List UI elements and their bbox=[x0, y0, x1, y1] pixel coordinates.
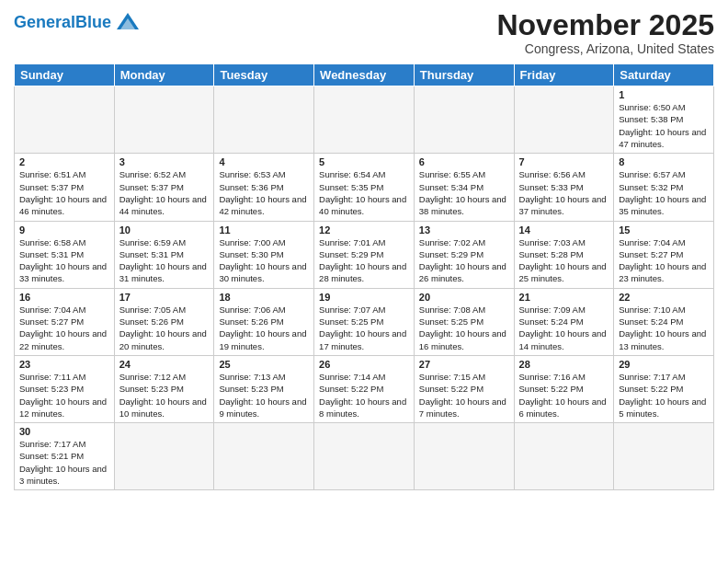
day-info: Sunrise: 6:58 AM Sunset: 5:31 PM Dayligh… bbox=[19, 236, 109, 285]
header: GeneralBlue November 2025 Congress, Ariz… bbox=[14, 9, 714, 56]
month-title: November 2025 bbox=[496, 9, 714, 41]
day-number: 27 bbox=[419, 359, 509, 370]
calendar-cell bbox=[314, 86, 415, 154]
day-info: Sunrise: 7:01 AM Sunset: 5:29 PM Dayligh… bbox=[319, 236, 409, 285]
calendar-cell: 12Sunrise: 7:01 AM Sunset: 5:29 PM Dayli… bbox=[314, 221, 415, 288]
logo-icon bbox=[115, 9, 141, 35]
calendar-cell bbox=[114, 86, 214, 154]
calendar-cell: 5Sunrise: 6:54 AM Sunset: 5:35 PM Daylig… bbox=[314, 154, 415, 221]
day-number: 5 bbox=[319, 156, 409, 167]
day-number: 14 bbox=[519, 224, 609, 236]
day-number: 25 bbox=[219, 359, 309, 370]
col-monday: Monday bbox=[114, 64, 214, 86]
day-number: 23 bbox=[19, 359, 109, 370]
calendar-header-row: Sunday Monday Tuesday Wednesday Thursday… bbox=[15, 64, 714, 86]
day-info: Sunrise: 6:56 AM Sunset: 5:33 PM Dayligh… bbox=[519, 168, 609, 217]
logo-text: GeneralBlue bbox=[14, 14, 111, 30]
col-wednesday: Wednesday bbox=[314, 64, 415, 86]
day-info: Sunrise: 7:04 AM Sunset: 5:27 PM Dayligh… bbox=[619, 236, 709, 285]
calendar-cell bbox=[614, 423, 714, 490]
col-thursday: Thursday bbox=[414, 64, 514, 86]
calendar-cell: 20Sunrise: 7:08 AM Sunset: 5:25 PM Dayli… bbox=[414, 288, 514, 355]
day-info: Sunrise: 7:15 AM Sunset: 5:22 PM Dayligh… bbox=[419, 371, 509, 419]
calendar-cell: 4Sunrise: 6:53 AM Sunset: 5:36 PM Daylig… bbox=[214, 154, 314, 221]
day-info: Sunrise: 7:11 AM Sunset: 5:23 PM Dayligh… bbox=[19, 371, 109, 419]
day-number: 3 bbox=[119, 156, 210, 167]
calendar-cell: 11Sunrise: 7:00 AM Sunset: 5:30 PM Dayli… bbox=[214, 221, 314, 288]
calendar-cell: 18Sunrise: 7:06 AM Sunset: 5:26 PM Dayli… bbox=[214, 288, 314, 355]
calendar-cell: 23Sunrise: 7:11 AM Sunset: 5:23 PM Dayli… bbox=[15, 355, 115, 422]
day-number: 22 bbox=[619, 292, 709, 303]
logo: GeneralBlue bbox=[14, 9, 141, 35]
day-number: 10 bbox=[119, 224, 210, 236]
day-info: Sunrise: 7:06 AM Sunset: 5:26 PM Dayligh… bbox=[219, 304, 309, 352]
col-tuesday: Tuesday bbox=[214, 64, 314, 86]
day-number: 24 bbox=[119, 359, 210, 370]
title-block: November 2025 Congress, Arizona, United … bbox=[496, 9, 714, 56]
day-info: Sunrise: 6:59 AM Sunset: 5:31 PM Dayligh… bbox=[119, 236, 210, 285]
day-info: Sunrise: 7:12 AM Sunset: 5:23 PM Dayligh… bbox=[119, 371, 210, 419]
day-number: 19 bbox=[319, 292, 409, 303]
calendar-cell bbox=[414, 423, 514, 490]
day-info: Sunrise: 6:52 AM Sunset: 5:37 PM Dayligh… bbox=[119, 168, 210, 217]
calendar-cell: 16Sunrise: 7:04 AM Sunset: 5:27 PM Dayli… bbox=[15, 288, 115, 355]
day-info: Sunrise: 7:17 AM Sunset: 5:21 PM Dayligh… bbox=[19, 438, 109, 487]
calendar-week-row: 1Sunrise: 6:50 AM Sunset: 5:38 PM Daylig… bbox=[15, 86, 714, 154]
calendar-week-row: 30Sunrise: 7:17 AM Sunset: 5:21 PM Dayli… bbox=[15, 423, 714, 490]
calendar-cell: 6Sunrise: 6:55 AM Sunset: 5:34 PM Daylig… bbox=[414, 154, 514, 221]
calendar-cell: 13Sunrise: 7:02 AM Sunset: 5:29 PM Dayli… bbox=[414, 221, 514, 288]
day-info: Sunrise: 6:53 AM Sunset: 5:36 PM Dayligh… bbox=[219, 168, 309, 217]
day-number: 16 bbox=[19, 292, 109, 303]
day-info: Sunrise: 7:14 AM Sunset: 5:22 PM Dayligh… bbox=[319, 371, 409, 419]
calendar-cell: 9Sunrise: 6:58 AM Sunset: 5:31 PM Daylig… bbox=[15, 221, 115, 288]
day-number: 30 bbox=[19, 426, 109, 437]
calendar-cell: 24Sunrise: 7:12 AM Sunset: 5:23 PM Dayli… bbox=[114, 355, 214, 422]
day-number: 2 bbox=[19, 156, 109, 167]
calendar-cell: 1Sunrise: 6:50 AM Sunset: 5:38 PM Daylig… bbox=[614, 86, 714, 154]
day-number: 15 bbox=[619, 224, 709, 236]
day-info: Sunrise: 6:50 AM Sunset: 5:38 PM Dayligh… bbox=[619, 101, 709, 150]
col-saturday: Saturday bbox=[614, 64, 714, 86]
day-number: 7 bbox=[519, 156, 609, 167]
day-number: 29 bbox=[619, 359, 709, 370]
day-info: Sunrise: 7:02 AM Sunset: 5:29 PM Dayligh… bbox=[419, 236, 509, 285]
calendar-cell: 28Sunrise: 7:16 AM Sunset: 5:22 PM Dayli… bbox=[514, 355, 614, 422]
calendar-cell bbox=[114, 423, 214, 490]
day-number: 28 bbox=[519, 359, 609, 370]
day-info: Sunrise: 7:09 AM Sunset: 5:24 PM Dayligh… bbox=[519, 304, 609, 352]
day-info: Sunrise: 7:10 AM Sunset: 5:24 PM Dayligh… bbox=[619, 304, 709, 352]
day-number: 4 bbox=[219, 156, 309, 167]
calendar-cell: 22Sunrise: 7:10 AM Sunset: 5:24 PM Dayli… bbox=[614, 288, 714, 355]
calendar: Sunday Monday Tuesday Wednesday Thursday… bbox=[14, 63, 714, 490]
calendar-cell: 15Sunrise: 7:04 AM Sunset: 5:27 PM Dayli… bbox=[614, 221, 714, 288]
day-info: Sunrise: 7:05 AM Sunset: 5:26 PM Dayligh… bbox=[119, 304, 210, 352]
day-number: 6 bbox=[419, 156, 509, 167]
calendar-cell: 8Sunrise: 6:57 AM Sunset: 5:32 PM Daylig… bbox=[614, 154, 714, 221]
day-number: 18 bbox=[219, 292, 309, 303]
day-info: Sunrise: 7:08 AM Sunset: 5:25 PM Dayligh… bbox=[419, 304, 509, 352]
day-info: Sunrise: 7:03 AM Sunset: 5:28 PM Dayligh… bbox=[519, 236, 609, 285]
day-number: 1 bbox=[619, 89, 709, 100]
calendar-cell: 14Sunrise: 7:03 AM Sunset: 5:28 PM Dayli… bbox=[514, 221, 614, 288]
calendar-cell: 2Sunrise: 6:51 AM Sunset: 5:37 PM Daylig… bbox=[15, 154, 115, 221]
calendar-cell: 3Sunrise: 6:52 AM Sunset: 5:37 PM Daylig… bbox=[114, 154, 214, 221]
day-number: 13 bbox=[419, 224, 509, 236]
day-info: Sunrise: 7:13 AM Sunset: 5:23 PM Dayligh… bbox=[219, 371, 309, 419]
day-info: Sunrise: 6:51 AM Sunset: 5:37 PM Dayligh… bbox=[19, 168, 109, 217]
calendar-cell: 30Sunrise: 7:17 AM Sunset: 5:21 PM Dayli… bbox=[15, 423, 115, 490]
calendar-week-row: 9Sunrise: 6:58 AM Sunset: 5:31 PM Daylig… bbox=[15, 221, 714, 288]
day-info: Sunrise: 7:16 AM Sunset: 5:22 PM Dayligh… bbox=[519, 371, 609, 419]
day-number: 11 bbox=[219, 224, 309, 236]
day-number: 21 bbox=[519, 292, 609, 303]
calendar-cell bbox=[414, 86, 514, 154]
day-number: 26 bbox=[319, 359, 409, 370]
calendar-cell bbox=[314, 423, 415, 490]
location: Congress, Arizona, United States bbox=[496, 41, 714, 56]
calendar-week-row: 2Sunrise: 6:51 AM Sunset: 5:37 PM Daylig… bbox=[15, 154, 714, 221]
day-number: 9 bbox=[19, 224, 109, 236]
day-info: Sunrise: 7:04 AM Sunset: 5:27 PM Dayligh… bbox=[19, 304, 109, 352]
calendar-cell bbox=[15, 86, 115, 154]
calendar-cell: 26Sunrise: 7:14 AM Sunset: 5:22 PM Dayli… bbox=[314, 355, 415, 422]
day-number: 17 bbox=[119, 292, 210, 303]
day-number: 20 bbox=[419, 292, 509, 303]
